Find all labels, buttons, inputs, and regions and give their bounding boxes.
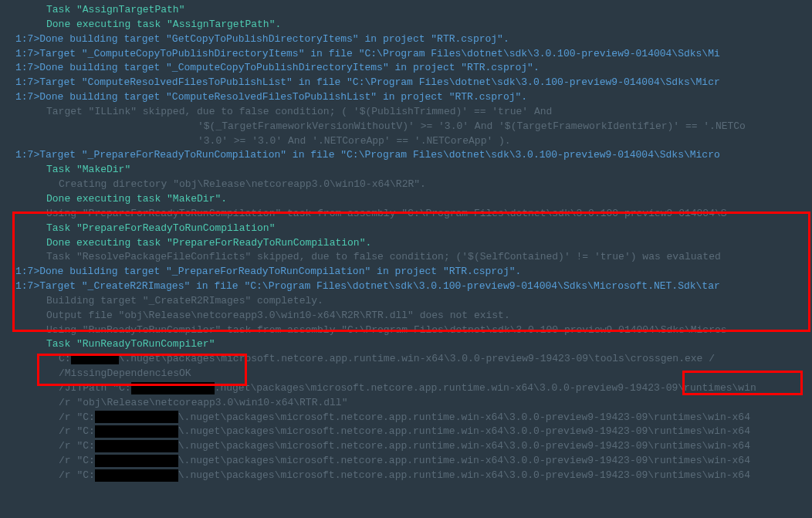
log-line: 1:7>Done building target "_PrepareForRea… xyxy=(0,265,812,279)
redacted-path-segment xyxy=(95,425,178,438)
log-line: Using "PrepareForReadyToRunCompilation" … xyxy=(0,207,812,222)
log-text-pre: /r "C: xyxy=(59,425,95,437)
log-line: 1:7>Target "_PrepareForReadyToRunCompila… xyxy=(0,148,812,163)
log-line: Task "AssignTargetPath" xyxy=(0,3,812,18)
log-line: Output file "obj\Release\netcoreapp3.0\w… xyxy=(0,309,812,323)
log-line: 1:7>Target "ComputeResolvedFilesToPublis… xyxy=(0,76,812,90)
log-line: Target "ILLink" skipped, due to false co… xyxy=(0,105,812,120)
log-line: /r "C:\.nuget\packages\microsoft.netcore… xyxy=(0,454,812,469)
log-text-pre: /JITPath "C: xyxy=(59,382,131,394)
log-line: /r "C:\.nuget\packages\microsoft.netcore… xyxy=(0,411,812,425)
log-line: Done executing task "PrepareForReadyToRu… xyxy=(0,236,812,251)
log-line: Done executing task "AssignTargetPath". xyxy=(0,18,812,32)
log-text-pre: C: xyxy=(59,353,71,364)
log-text-pre: /r "C: xyxy=(59,455,95,466)
log-text-post: \.nuget\packages\microsoft.netcore.app.r… xyxy=(119,353,715,364)
log-text-post: \.nuget\packages\microsoft.netcore.app.r… xyxy=(178,469,750,481)
log-line: /r "C:\.nuget\packages\microsoft.netcore… xyxy=(0,439,812,454)
log-text-pre: /r "C: xyxy=(59,440,95,452)
log-text-post: .nuget\packages\microsoft.netcore.app.ru… xyxy=(215,382,756,394)
log-line: Using "RunReadyToRunCompiler" task from … xyxy=(0,323,812,338)
log-line: Done executing task "MakeDir". xyxy=(0,192,812,207)
log-line: Task "RunReadyToRunCompiler" xyxy=(0,337,812,352)
log-line: /MissingDependenciesOK xyxy=(0,367,812,381)
redacted-path-segment xyxy=(95,440,178,452)
log-line: '$(_TargetFrameworkVersionWithoutV)' >= … xyxy=(0,120,812,134)
log-line: Task "MakeDir" xyxy=(0,163,812,178)
log-line: 1:7>Done building target "ComputeResolve… xyxy=(0,90,812,105)
redacted-path-segment xyxy=(95,469,178,482)
redacted-path-segment xyxy=(95,411,178,423)
log-line: 1:7>Target "_ComputeCopyToPublishDirecto… xyxy=(0,47,812,62)
log-line: Creating directory "obj\Release\netcorea… xyxy=(0,178,812,192)
log-line: 1:7>Done building target "GetCopyToPubli… xyxy=(0,32,812,47)
redacted-path-segment xyxy=(71,354,119,364)
log-line: Task "PrepareForReadyToRunCompilation" xyxy=(0,222,812,236)
log-text-post: \.nuget\packages\microsoft.netcore.app.r… xyxy=(178,455,750,466)
log-line: Task "ResolvePackageFileConflicts" skipp… xyxy=(0,250,812,265)
log-line: 1:7>Done building target "_ComputeCopyTo… xyxy=(0,61,812,76)
log-line: /r "C:\.nuget\packages\microsoft.netcore… xyxy=(0,425,812,439)
log-text-pre: /r "C: xyxy=(59,411,95,423)
redacted-path-segment xyxy=(131,382,215,394)
build-log-terminal[interactable]: Task "AssignTargetPath"Done executing ta… xyxy=(0,0,812,483)
log-line: /r "C:\.nuget\packages\microsoft.netcore… xyxy=(0,469,812,483)
log-text-post: \.nuget\packages\microsoft.netcore.app.r… xyxy=(178,411,750,423)
log-text-pre: /r "C: xyxy=(59,469,95,481)
log-line: 1:7>Target "_CreateR2RImages" in file "C… xyxy=(0,279,812,294)
log-text-post: \.nuget\packages\microsoft.netcore.app.r… xyxy=(178,440,750,452)
log-line: C:\.nuget\packages\microsoft.netcore.app… xyxy=(0,352,812,367)
log-line: /r "obj\Release\netcoreapp3.0\win10-x64\… xyxy=(0,396,812,411)
log-line: '3.0' >= '3.0' And '.NETCoreApp' == '.NE… xyxy=(0,134,812,149)
redacted-path-segment xyxy=(95,455,178,467)
log-text-post: \.nuget\packages\microsoft.netcore.app.r… xyxy=(178,425,750,437)
log-line: Building target "_CreateR2RImages" compl… xyxy=(0,294,812,309)
log-line: /JITPath "C:.nuget\packages\microsoft.ne… xyxy=(0,381,812,396)
